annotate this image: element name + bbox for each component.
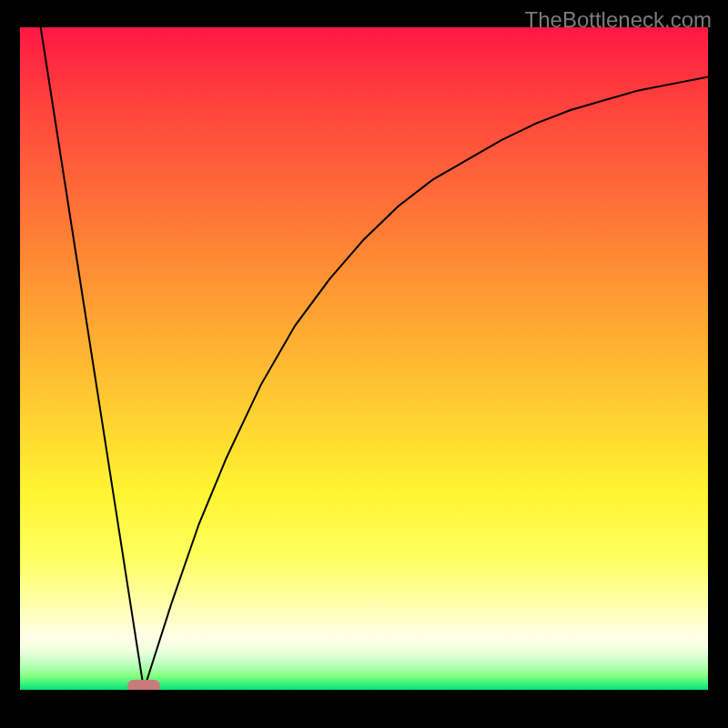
chart-curve-left	[41, 27, 144, 690]
chart-marker	[127, 680, 160, 690]
chart-curves-svg	[20, 27, 708, 690]
chart-plot-area	[20, 27, 708, 690]
chart-curve-right	[144, 77, 708, 690]
watermark-text: TheBottleneck.com	[525, 7, 712, 33]
